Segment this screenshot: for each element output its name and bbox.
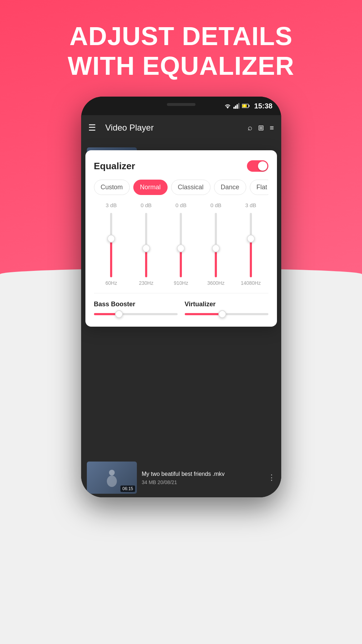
status-icons: 15:38 [224,102,272,110]
eq-thumb-60hz[interactable] [107,235,115,243]
headline: ADJUST DETAILS WITH EQUALIZER [0,21,362,81]
eq-slider-910hz[interactable] [180,213,182,277]
eq-band-60hz: 3 dB 60Hz [94,202,129,286]
headline-line1: ADJUST DETAILS [29,21,333,51]
video-duration-badge: 06:15 [120,486,135,492]
phone-shell: 15:38 ☰ Video Player ⌕ ⊞ ≡ [81,97,281,497]
eq-slider-230hz[interactable] [145,213,147,277]
virtualizer-section: Virtualizer [185,301,268,315]
eq-db-60hz: 3 dB [106,202,117,210]
video-menu-button-bottom1[interactable]: ⋮ [268,473,276,482]
phone-screen: 15:38 ☰ Video Player ⌕ ⊞ ≡ [81,97,281,497]
eq-fill-60hz [110,239,112,277]
eq-hz-230hz: 230Hz [139,280,153,286]
eq-band-910hz: 0 dB 910Hz [164,202,199,286]
eq-thumb-910hz[interactable] [177,244,185,252]
status-bar: 15:38 [81,97,281,115]
phone-speaker [167,103,195,106]
eq-hz-60hz: 60Hz [105,280,117,286]
eq-band-14080hz: 3 dB 14080Hz [233,202,268,286]
bottom-video-list: 06:15 My two beatiful best friends .mkv … [81,458,281,497]
preset-chips: Custom Normal Classical Dance Flat [94,180,268,195]
bass-booster-section: Bass Booster [94,301,178,315]
svg-point-12 [109,470,115,475]
bass-booster-label: Bass Booster [94,301,178,308]
eq-fill-3600hz [215,248,217,277]
eq-band-3600hz: 0 dB 3600Hz [198,202,233,286]
eq-thumb-3600hz[interactable] [212,244,220,252]
eq-sliders: 3 dB 60Hz 0 dB 230Hz [94,202,268,293]
preset-chip-custom[interactable]: Custom [94,180,130,195]
eq-slider-14080hz[interactable] [250,213,252,277]
eq-band-230hz: 0 dB 230Hz [129,202,164,286]
eq-hz-910hz: 910Hz [174,280,188,286]
grid-icon[interactable]: ⊞ [258,123,264,132]
app-bar: ☰ Video Player ⌕ ⊞ ≡ [81,115,281,140]
eq-db-910hz: 0 dB [175,202,187,210]
filter-icon[interactable]: ≡ [270,124,274,132]
menu-icon[interactable]: ☰ [88,123,96,133]
fx-section: Bass Booster Virtualizer [94,301,268,315]
signal-icon [233,103,240,109]
eq-db-230hz: 0 dB [140,202,152,210]
eq-slider-60hz[interactable] [110,213,112,277]
video-info-bottom1: My two beatiful best friends .mkv 34 MB … [142,470,263,485]
headline-line2: WITH EQUALIZER [29,51,333,81]
toggle-knob [258,161,267,171]
eq-hz-3600hz: 3600Hz [207,280,224,286]
eq-title: Equalizer [94,161,135,172]
svg-rect-1 [235,106,237,109]
eq-thumb-230hz[interactable] [142,244,150,252]
eq-db-14080hz: 3 dB [245,202,256,210]
app-title: Video Player [105,123,242,133]
svg-rect-0 [233,107,235,109]
eq-db-3600hz: 0 dB [210,202,222,210]
thumb-figure-bottom [101,467,123,488]
wifi-icon [224,103,231,109]
svg-point-13 [107,475,117,487]
eq-thumb-14080hz[interactable] [247,235,255,243]
virtualizer-thumb[interactable] [218,310,226,318]
battery-icon [242,103,250,108]
eq-fill-230hz [145,248,147,277]
preset-chip-flat[interactable]: Flat [250,180,268,195]
equalizer-dialog: Equalizer Custom Normal Classical Dance … [85,150,277,327]
eq-slider-3600hz[interactable] [215,213,217,277]
eq-header: Equalizer [94,160,268,172]
eq-toggle[interactable] [247,160,268,172]
status-time: 15:38 [254,102,272,110]
bass-booster-thumb[interactable] [115,310,123,318]
preset-chip-dance[interactable]: Dance [214,180,246,195]
virtualizer-fill [185,313,222,315]
eq-fill-14080hz [250,239,252,277]
virtualizer-label: Virtualizer [185,301,268,308]
search-icon[interactable]: ⌕ [248,123,252,132]
virtualizer-track[interactable] [185,313,268,315]
video-thumbnail-bottom1: 06:15 [87,462,137,494]
preset-chip-classical[interactable]: Classical [171,180,210,195]
eq-hz-14080hz: 14080Hz [241,280,261,286]
video-title-bottom1: My two beatiful best friends .mkv [142,470,263,478]
eq-fill-910hz [180,248,182,277]
video-meta-bottom1: 34 MB 20/08/21 [142,479,263,485]
video-item-bottom-1[interactable]: 06:15 My two beatiful best friends .mkv … [81,458,281,497]
svg-rect-2 [237,104,238,109]
bass-booster-track[interactable] [94,313,178,315]
svg-rect-5 [249,105,250,107]
svg-rect-3 [238,103,240,109]
preset-chip-normal[interactable]: Normal [133,180,168,195]
